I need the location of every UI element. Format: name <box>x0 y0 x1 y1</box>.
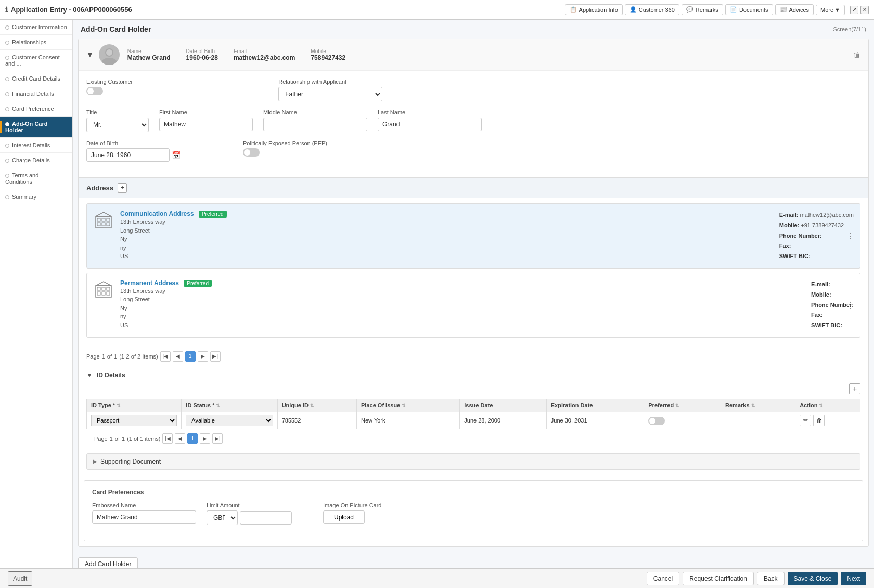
id-status-select[interactable]: Available <box>186 415 273 426</box>
upload-button[interactable]: Upload <box>323 510 365 524</box>
sidebar-item-credit-card-details[interactable]: Credit Card Details <box>0 71 72 86</box>
sidebar-item-customer-consent[interactable]: Customer Consent and ... <box>0 50 72 71</box>
prev-page-button[interactable]: ◀ <box>173 351 183 362</box>
id-type-select[interactable]: Passport <box>91 415 177 426</box>
delete-card-holder-button[interactable]: 🗑 <box>853 50 860 59</box>
sidebar-item-card-preference[interactable]: Card Preference <box>0 101 72 117</box>
request-clarification-button[interactable]: Request Clarification <box>683 572 754 585</box>
sidebar-item-terms-conditions[interactable]: Terms and Conditions <box>0 168 72 189</box>
maximize-button[interactable]: ⤢ <box>850 6 858 14</box>
sidebar-item-add-on-card-holder[interactable]: Add-On Card Holder <box>0 117 72 138</box>
customer-360-button[interactable]: 👤 Customer 360 <box>625 4 679 15</box>
svg-rect-5 <box>97 218 100 221</box>
address-menu-button-comm[interactable]: ⋮ <box>846 231 855 241</box>
last-page-button[interactable]: ▶| <box>210 351 221 362</box>
cancel-button[interactable]: Cancel <box>647 572 679 585</box>
chevron-right-icon: ▶ <box>93 458 97 464</box>
edit-id-button[interactable]: ✏ <box>800 415 811 426</box>
sort-icon: ⇅ <box>216 403 220 408</box>
svg-rect-10 <box>107 223 110 226</box>
sidebar-item-customer-information[interactable]: Customer Information <box>0 20 72 35</box>
window-controls: ⤢ ✕ <box>850 6 869 14</box>
save-close-button[interactable]: Save & Close <box>788 572 838 585</box>
cell-action: ✏ 🗑 <box>795 412 860 429</box>
sort-icon: ⇅ <box>402 403 406 408</box>
card-pref-title: Card Preferences <box>92 489 855 496</box>
card-pref-row: Embossed Name Limit Amount GBP USD EUR <box>92 502 855 525</box>
sidebar-item-financial-details[interactable]: Financial Details <box>0 86 72 101</box>
limit-amount-input[interactable] <box>240 511 292 525</box>
relationship-select[interactable]: Father Mother Spouse Child Sibling Other <box>278 87 382 101</box>
id-last-page[interactable]: ▶| <box>212 433 223 444</box>
pep-toggle-slider <box>243 148 260 157</box>
sidebar-dot <box>5 174 9 178</box>
supporting-doc-label: Supporting Document <box>100 458 161 465</box>
pep-toggle[interactable] <box>243 148 260 157</box>
more-button[interactable]: More ▼ <box>816 5 845 15</box>
cell-id-status: Available <box>182 412 277 429</box>
next-page-button[interactable]: ▶ <box>198 351 208 362</box>
form-row-2: Title Mr. Mrs. Ms. Dr. First Name <box>86 109 860 132</box>
advices-button[interactable]: 📰 Advices <box>775 4 814 15</box>
svg-rect-9 <box>102 223 105 226</box>
col-expiration-date: Expiration Date <box>546 399 644 412</box>
sidebar-dot <box>5 41 9 45</box>
card-holder-header: ▼ Name Mathew Grand <box>79 39 868 71</box>
close-button[interactable]: ✕ <box>860 6 869 14</box>
dob-input[interactable] <box>86 148 170 162</box>
limit-amount-label: Limit Amount <box>207 502 292 508</box>
bottom-bar: Audit Cancel Request Clarification Back … <box>0 568 874 588</box>
embossed-name-input[interactable] <box>92 510 196 524</box>
application-info-button[interactable]: 📋 Application Info <box>565 4 623 15</box>
cell-expiration-date: June 30, 2031 <box>546 412 644 429</box>
info-icon[interactable]: ℹ <box>5 6 8 14</box>
id-page-1[interactable]: 1 <box>187 433 198 444</box>
id-prev-page[interactable]: ◀ <box>175 433 185 444</box>
existing-customer-toggle[interactable] <box>86 87 103 95</box>
currency-select[interactable]: GBP USD EUR <box>207 510 238 525</box>
permanent-address-title: Permanent Address <box>120 279 179 287</box>
id-first-page[interactable]: |◀ <box>162 433 173 444</box>
supporting-doc-header[interactable]: ▶ Supporting Document <box>86 453 860 470</box>
remarks-button[interactable]: 💬 Remarks <box>682 4 723 15</box>
calendar-icon[interactable]: 📅 <box>172 151 181 159</box>
page-1-button[interactable]: 1 <box>185 351 196 362</box>
email-label: Email <box>234 48 295 54</box>
preferred-toggle[interactable] <box>648 417 665 425</box>
communication-address-card: Communication Address Preferred 13th Exp… <box>86 203 860 269</box>
cell-id-type: Passport <box>87 412 182 429</box>
address-menu-button-perm[interactable]: ⋮ <box>846 300 855 310</box>
title-select[interactable]: Mr. Mrs. Ms. Dr. <box>86 118 149 132</box>
id-collapse-button[interactable]: ▼ <box>86 372 93 379</box>
middle-name-label: Middle Name <box>263 109 367 116</box>
last-name-input[interactable] <box>378 118 482 131</box>
add-id-row-button[interactable]: + <box>849 383 860 394</box>
permanent-address-icon <box>93 279 114 300</box>
documents-button[interactable]: 📄 Documents <box>725 4 773 15</box>
add-card-holder-button[interactable]: Add Card Holder <box>78 557 138 568</box>
delete-id-button[interactable]: 🗑 <box>813 415 825 426</box>
form-section: Existing Customer Relationship with Appl… <box>79 71 868 177</box>
toggle-slider <box>86 87 103 95</box>
sidebar-item-relationships[interactable]: Relationships <box>0 35 72 50</box>
dob-value: 1960-06-28 <box>186 54 218 61</box>
next-button[interactable]: Next <box>841 572 866 585</box>
sidebar-item-charge-details[interactable]: Charge Details <box>0 153 72 168</box>
sidebar-item-interest-details[interactable]: Interest Details <box>0 138 72 153</box>
image-on-card-label: Image On Picture Card <box>323 502 382 508</box>
svg-marker-19 <box>96 282 111 286</box>
first-name-input[interactable] <box>159 118 253 131</box>
cell-place-of-issue: New York <box>357 412 460 429</box>
collapse-button[interactable]: ▼ <box>86 50 94 59</box>
app-title-bar: ℹ Application Entry - 006APP000060556 <box>5 6 132 14</box>
svg-rect-6 <box>102 218 105 221</box>
sidebar-item-summary[interactable]: Summary <box>0 189 72 204</box>
middle-name-input[interactable] <box>263 118 367 131</box>
id-next-page[interactable]: ▶ <box>200 433 210 444</box>
address-add-button[interactable]: + <box>118 183 127 193</box>
back-button[interactable]: Back <box>757 572 785 585</box>
first-page-button[interactable]: |◀ <box>160 351 171 362</box>
sidebar: Customer Information Relationships Custo… <box>0 20 73 568</box>
existing-customer-group: Existing Customer <box>86 79 133 95</box>
audit-button[interactable]: Audit <box>8 571 32 586</box>
